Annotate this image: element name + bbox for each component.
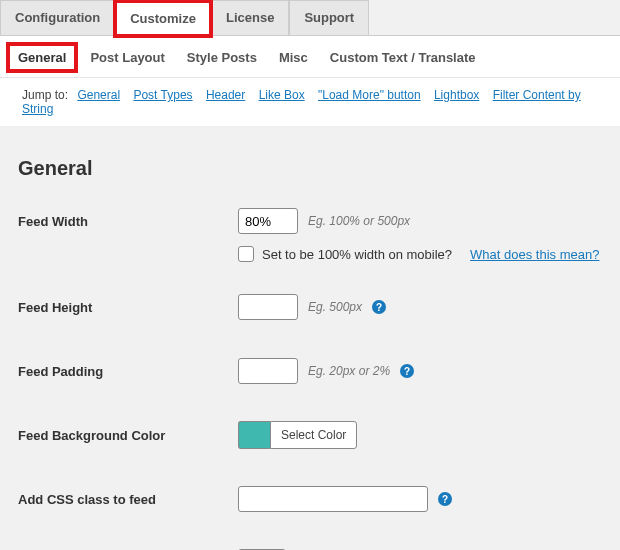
- input-feed-height[interactable]: [238, 294, 298, 320]
- input-feed-width[interactable]: [238, 208, 298, 234]
- row-mobile-width: Set to be 100% width on mobile? What doe…: [238, 246, 602, 262]
- hint-feed-width: Eg. 100% or 500px: [308, 214, 410, 228]
- jump-to-bar: Jump to: General Post Types Header Like …: [0, 78, 620, 127]
- primary-tabs: Configuration Customize License Support: [0, 0, 620, 36]
- section-title-general: General: [18, 157, 602, 180]
- jump-post-types[interactable]: Post Types: [133, 88, 192, 102]
- hint-feed-height: Eg. 500px: [308, 300, 362, 314]
- label-feed-width: Feed Width: [18, 214, 238, 229]
- row-bg-color: Feed Background Color Select Color: [18, 420, 602, 450]
- help-icon[interactable]: ?: [400, 364, 414, 378]
- label-css-class: Add CSS class to feed: [18, 492, 238, 507]
- subtab-general[interactable]: General: [8, 44, 76, 71]
- color-swatch[interactable]: [238, 421, 270, 449]
- row-feed-width: Feed Width Eg. 100% or 500px: [18, 206, 602, 236]
- input-css-class[interactable]: [238, 486, 428, 512]
- jump-lightbox[interactable]: Lightbox: [434, 88, 479, 102]
- select-color-button[interactable]: Select Color: [270, 421, 357, 449]
- subtab-style-posts[interactable]: Style Posts: [187, 50, 257, 65]
- color-picker: Select Color: [238, 421, 357, 449]
- jump-header[interactable]: Header: [206, 88, 245, 102]
- label-feed-height: Feed Height: [18, 300, 238, 315]
- subtab-misc[interactable]: Misc: [279, 50, 308, 65]
- hint-feed-padding: Eg. 20px or 2%: [308, 364, 390, 378]
- help-icon[interactable]: ?: [372, 300, 386, 314]
- link-what-does-this-mean[interactable]: What does this mean?: [470, 247, 599, 262]
- tab-customize[interactable]: Customize: [115, 1, 211, 36]
- jump-general[interactable]: General: [77, 88, 120, 102]
- secondary-tabs: General Post Layout Style Posts Misc Cus…: [0, 36, 620, 78]
- label-mobile-100: Set to be 100% width on mobile?: [262, 247, 452, 262]
- jump-lead: Jump to:: [22, 88, 68, 102]
- jump-load-more[interactable]: "Load More" button: [318, 88, 421, 102]
- checkbox-mobile-100[interactable]: [238, 246, 254, 262]
- label-feed-padding: Feed Padding: [18, 364, 238, 379]
- tab-license[interactable]: License: [211, 0, 289, 35]
- label-bg-color: Feed Background Color: [18, 428, 238, 443]
- tab-support[interactable]: Support: [289, 0, 369, 35]
- tab-configuration[interactable]: Configuration: [0, 0, 115, 35]
- subtab-custom-text[interactable]: Custom Text / Translate: [330, 50, 476, 65]
- row-feed-padding: Feed Padding Eg. 20px or 2% ?: [18, 356, 602, 386]
- row-feed-height: Feed Height Eg. 500px ?: [18, 292, 602, 322]
- subtab-post-layout[interactable]: Post Layout: [90, 50, 164, 65]
- row-css-class: Add CSS class to feed ?: [18, 484, 602, 514]
- input-feed-padding[interactable]: [238, 358, 298, 384]
- help-icon[interactable]: ?: [438, 492, 452, 506]
- settings-content: General Feed Width Eg. 100% or 500px Set…: [0, 127, 620, 550]
- jump-like-box[interactable]: Like Box: [259, 88, 305, 102]
